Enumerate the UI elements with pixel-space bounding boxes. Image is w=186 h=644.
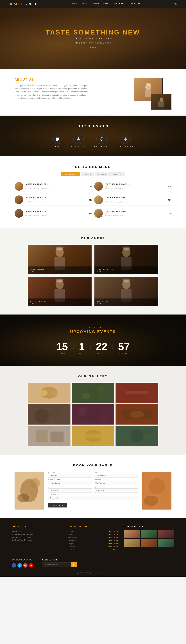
about-title: ABOUT US (14, 78, 89, 82)
chef-card-1[interactable]: JAYE SMITH CHEF (28, 245, 92, 274)
logo-rapid-text: RAPID (11, 2, 22, 6)
menu-section: DELICIOUS MENU BREAKFAST LUNCH DINNER DR… (0, 156, 186, 228)
gallery-item-3[interactable] (116, 382, 158, 403)
chef-card-2[interactable]: CHRISTOPHER CHEF (94, 245, 158, 274)
svg-point-63 (160, 489, 172, 504)
service-spicy-recipes: SPICY RECIPES (118, 134, 134, 148)
gallery-item-7[interactable] (28, 426, 70, 446)
svg-rect-47 (36, 430, 47, 442)
services-section: OUR SERVICES MENU RESERVATION FINE RECIP… (0, 116, 186, 156)
nav-link-chefs[interactable]: CHEFS (103, 2, 110, 5)
form-input-address[interactable] (94, 481, 138, 485)
about-image-sub (151, 94, 172, 110)
chef-role-2: CHEF (97, 270, 156, 272)
form-field-date: DATE (48, 486, 92, 492)
gallery-item-5[interactable] (72, 404, 115, 424)
form-input-time[interactable] (94, 488, 138, 492)
insta-item-4[interactable] (124, 539, 140, 547)
book-now-button[interactable]: BOOK NOW (48, 503, 67, 508)
footer-grid: CONTACT US Rapid Fodder 567 Rive of Bloo… (12, 526, 174, 552)
navbar: RRAPID FODDER HOME ABOUT MENU CHEFS GALL… (0, 0, 186, 8)
chef-card-3[interactable]: ALLEN SMITH CHEF (28, 277, 92, 306)
form-label-people: NO OF PEOPLE (48, 494, 138, 496)
chef-role-1: CHEF (30, 270, 89, 272)
hours-saturday: Saturday: 09 am - 01 pm (68, 545, 118, 548)
countdown-days-num: 15 (56, 341, 68, 352)
form-input-people[interactable] (48, 496, 138, 500)
hero-dot-2[interactable] (92, 47, 94, 48)
form-input-date[interactable] (48, 488, 92, 492)
connect-newsletter: NEWSLETTER ▶ (42, 559, 77, 567)
newsletter-row: ▶ (42, 562, 77, 567)
footer-col-contact: CONTACT US Rapid Fodder 567 Rive of Bloo… (12, 526, 62, 552)
menu-item-name-6: LOREM IPSUM DOLOR...... (105, 210, 167, 212)
newsletter-input[interactable] (42, 562, 71, 567)
form-input-phone[interactable] (48, 481, 92, 485)
tab-dinner[interactable]: DINNER (95, 172, 110, 176)
menu-item-desc-2: Nisi Welt Illicientes lorty Adipiscing (105, 188, 166, 190)
newsletter-submit-button[interactable]: ▶ (71, 562, 77, 567)
form-row-3: DATE TIME (48, 486, 138, 492)
menu-item-name-4: LOREM IPSUM DOLOR...... (105, 197, 167, 199)
gallery-item-8[interactable] (72, 426, 115, 446)
service-fine-recipes: FINE RECIPES (94, 134, 109, 148)
hours-time-7: Closed (113, 549, 118, 551)
hours-thursday: Thursday: 09 am - 01 pm (68, 539, 118, 542)
hero-subtitle: DELICIOUS RECIPES (46, 38, 140, 40)
social-facebook[interactable]: f (12, 563, 16, 568)
social-googleplus[interactable]: g+ (23, 563, 28, 568)
events-content: DON'T MISS UPCOMING EVENTS 15 DAYS : 1 H… (14, 326, 172, 354)
insta-item-2[interactable] (141, 530, 157, 538)
menu-item-price-1: $ 50 (88, 185, 92, 188)
newsletter-title: NEWSLETTER (42, 559, 77, 561)
nav-link-menu[interactable]: MENU (93, 2, 99, 5)
menu-item-6: LOREM IPSUM DOLOR...... ...... Nisi Welt… (94, 208, 172, 219)
service-spicy-recipes-label: SPICY RECIPES (118, 146, 134, 148)
nav-link-home[interactable]: HOME (72, 2, 78, 5)
gallery-item-9[interactable] (116, 426, 158, 446)
form-input-email[interactable] (94, 474, 138, 478)
hero-dot-1[interactable] (90, 47, 91, 48)
nav-link-about[interactable]: ABOUT (82, 2, 89, 5)
svg-rect-27 (39, 390, 47, 396)
nav-link-gallery[interactable]: GALLERY (114, 2, 123, 5)
countdown-minutes: 22 MINUTES (96, 341, 107, 354)
tab-lunch[interactable]: LUNCH (81, 172, 95, 176)
svg-point-54 (121, 436, 133, 444)
svg-point-41 (78, 407, 87, 416)
tab-breakfast[interactable]: BREAKFAST (61, 172, 80, 176)
svg-point-62 (144, 496, 158, 506)
social-twitter[interactable]: t (17, 563, 22, 568)
menu-item-img-5 (14, 209, 23, 218)
insta-item-1[interactable] (124, 530, 140, 538)
tab-drinks[interactable]: DRINKS (110, 172, 125, 176)
menu-item-1: LOREM IPSUM DOLOR...... ...... Nisi Welt… (14, 181, 92, 192)
svg-rect-4 (158, 102, 164, 107)
gallery-item-4[interactable] (28, 404, 70, 424)
hero-dot-3[interactable] (95, 47, 96, 48)
search-icon[interactable]: 🔍 (174, 2, 177, 6)
countdown-minutes-num: 22 (96, 341, 107, 352)
logo[interactable]: RRAPID FODDER (9, 2, 38, 6)
svg-point-37 (34, 408, 49, 423)
hours-time-5: 09 am - 01 pm (108, 543, 118, 544)
insta-item-6[interactable] (158, 539, 174, 547)
social-youtube[interactable]: ▶ (29, 563, 33, 568)
svg-point-31 (81, 393, 90, 399)
chef-card-4[interactable]: JOHN SMITH CHEF (94, 277, 158, 306)
hours-friday: Friday: 09 am - 01 pm (68, 542, 118, 545)
chefs-title: OUR CHEFS (12, 236, 174, 240)
gallery-item-2[interactable] (72, 382, 115, 403)
insta-item-5[interactable] (141, 539, 157, 547)
countdown-minutes-label: MINUTES (96, 352, 107, 354)
gallery-item-6[interactable] (116, 404, 158, 424)
insta-item-3[interactable] (158, 530, 174, 538)
nav-link-contact[interactable]: CONTACT US (128, 2, 140, 5)
chef-overlay-3: ALLEN SMITH CHEF (28, 298, 92, 306)
menu-item-desc-3: Nisi Welt Illicientes lorty Adipiscing (25, 201, 87, 203)
gallery-item-1[interactable] (28, 382, 70, 403)
book-image-left (14, 472, 44, 510)
footer-phone: Telephone: +1234 1234567 (12, 536, 62, 539)
form-label-date: DATE (48, 486, 92, 488)
form-input-name[interactable] (48, 474, 92, 478)
